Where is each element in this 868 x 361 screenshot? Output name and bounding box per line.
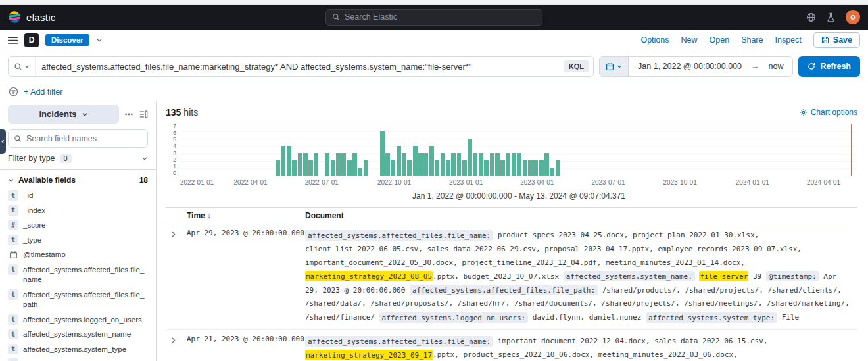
filter-menu-icon[interactable] — [9, 87, 18, 97]
globe-icon[interactable] — [806, 12, 816, 22]
field-name: affected_systems.system_name — [23, 329, 131, 340]
y-tick-label: 7 — [173, 124, 176, 130]
chart-options-button[interactable]: Chart options — [800, 108, 857, 117]
doc-field-badge: affected_systems.logged_on_users: — [379, 312, 529, 323]
refresh-button[interactable]: Refresh — [798, 56, 860, 77]
histogram-bar — [407, 160, 412, 176]
available-fields-header[interactable]: Available fields 18 — [8, 170, 148, 188]
query-input[interactable]: affected_systems.affected_files.file_nam… — [36, 62, 564, 72]
elastic-brand[interactable]: elastic — [8, 11, 179, 24]
save-icon — [821, 36, 829, 44]
app-badge-discover[interactable]: Discover — [45, 34, 89, 46]
date-range: Jan 1, 2022 @ 00:00:00.000 → now — [629, 62, 792, 71]
doc-field-badge: affected_systems.affected_files.file_pat… — [410, 285, 598, 295]
x-tick-label: 2022-07-01 — [305, 179, 339, 186]
field-list-toggle-icon[interactable] — [139, 110, 148, 119]
field-item[interactable]: taffected_systems.system_name — [8, 327, 148, 342]
field-search-input[interactable] — [26, 134, 142, 143]
histogram-bar — [364, 160, 368, 176]
field-name: _index — [23, 205, 45, 216]
histogram-bar — [528, 160, 533, 176]
histogram-bar — [462, 160, 467, 176]
histogram-bar — [352, 153, 357, 176]
toolbar-link-share[interactable]: Share — [741, 36, 763, 45]
histogram-bar — [550, 168, 554, 176]
content: incidents Filter by type 0 — [0, 101, 868, 361]
space-badge[interactable]: D — [24, 33, 39, 47]
text-field-icon: t — [8, 289, 18, 300]
date-start[interactable]: Jan 1, 2022 @ 00:00:00.000 — [638, 62, 742, 71]
field-item[interactable]: t_index — [8, 203, 148, 218]
expand-row-icon[interactable] — [170, 231, 177, 238]
histogram-bar — [287, 146, 291, 176]
doc-value: -39 — [748, 272, 766, 281]
field-item[interactable]: taffected_systems.system_type — [8, 342, 148, 357]
user-avatar[interactable]: o — [846, 10, 860, 24]
calendar-menu-button[interactable] — [600, 57, 629, 76]
global-search[interactable] — [326, 9, 542, 26]
text-field-icon: t — [8, 205, 18, 216]
chevron-down-icon[interactable] — [96, 37, 103, 43]
browser-chrome-strip — [0, 0, 868, 5]
toolbar-link-options[interactable]: Options — [640, 36, 669, 45]
histogram-bar — [303, 153, 308, 176]
histogram-bar — [391, 160, 395, 176]
toolbar-links: OptionsNewOpenShareInspect — [640, 36, 801, 45]
doc-field-badge: affected_systems.affected_files.file_nam… — [305, 336, 493, 347]
doc-value: File — [777, 313, 799, 322]
field-name: affected_systems.affected_files.file_nam… — [23, 264, 148, 285]
field-item[interactable]: t_type — [8, 233, 148, 248]
save-button[interactable]: Save — [813, 32, 860, 48]
collapse-sidebar-handle[interactable] — [0, 129, 6, 154]
toolbar-link-open[interactable]: Open — [710, 36, 730, 45]
field-item[interactable]: t_id — [8, 188, 148, 203]
histogram-bar — [325, 153, 329, 176]
histogram-bar — [495, 153, 500, 176]
query-bar: affected_systems.affected_files.file_nam… — [0, 51, 868, 82]
x-tick-label: 2022-04-01 — [234, 179, 268, 186]
histogram-bar — [473, 153, 478, 176]
text-field-icon: t — [8, 264, 18, 275]
histogram-bar — [490, 153, 494, 176]
field-item[interactable]: taffected_systems.affected_files.file_na… — [8, 262, 148, 287]
refresh-icon — [808, 62, 815, 70]
expand-row-icon[interactable] — [170, 337, 177, 344]
filter-by-type-button[interactable]: Filter by type 0 — [8, 148, 148, 169]
y-tick-label: 0 — [173, 170, 176, 176]
histogram-bar — [331, 160, 335, 176]
field-name: _id — [23, 190, 33, 201]
add-filter-button[interactable]: + Add filter — [24, 87, 62, 97]
toolbar-link-new[interactable]: New — [681, 36, 698, 45]
field-item[interactable]: taffected_systems.affected_files.file_pa… — [8, 287, 148, 312]
x-tick-label: 2023-04-01 — [520, 179, 554, 186]
number-field-icon: # — [8, 220, 18, 230]
x-axis: 2022-01-012022-04-012022-07-012022-10-01… — [180, 179, 857, 188]
saved-query-menu-button[interactable] — [9, 57, 36, 76]
histogram-bar — [281, 146, 286, 176]
filter-bar: + Add filter — [0, 82, 868, 101]
hits-count: 135 — [166, 107, 181, 118]
field-name: _score — [23, 220, 46, 231]
beaker-icon[interactable] — [826, 12, 836, 22]
date-end[interactable]: now — [769, 62, 784, 71]
row-document: affected_systems.affected_files.file_nam… — [301, 224, 857, 330]
histogram-bar — [341, 153, 346, 176]
field-item[interactable]: @timestamp — [8, 247, 148, 262]
data-view-selector[interactable]: incidents — [8, 105, 119, 124]
toolbar-link-inspect[interactable]: Inspect — [775, 36, 801, 45]
menu-icon[interactable] — [8, 36, 18, 45]
query-language-button[interactable]: KQL — [564, 60, 589, 72]
field-item[interactable]: tincident_comments — [8, 356, 148, 361]
chart-plot[interactable] — [180, 124, 857, 176]
histogram-bar — [446, 160, 450, 176]
global-search-input[interactable] — [345, 12, 536, 22]
boxes-horizontal-icon[interactable] — [124, 110, 133, 119]
calendar-icon — [8, 249, 18, 260]
elastic-logo-icon — [8, 11, 21, 24]
time-column-header[interactable]: Time↓ — [183, 208, 301, 224]
text-field-icon: t — [8, 190, 18, 201]
y-tick-label: 3 — [173, 151, 176, 156]
field-item[interactable]: #_score — [8, 218, 148, 233]
field-item[interactable]: taffected_systems.logged_on_users — [8, 312, 148, 327]
doc-field-badge: affected_systems.affected_files.file_nam… — [305, 230, 493, 241]
